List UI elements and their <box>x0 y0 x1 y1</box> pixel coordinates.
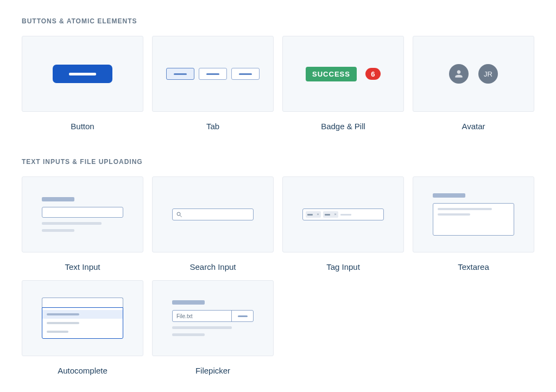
placeholder-bar <box>438 213 470 216</box>
card-label: Text Input <box>65 262 100 271</box>
preview-button <box>22 36 143 112</box>
placeholder-bar <box>433 193 465 198</box>
preview-search <box>152 176 274 252</box>
filepicker-icon: File.txt <box>172 310 254 322</box>
count-pill: 6 <box>365 68 381 80</box>
preview-textarea <box>413 176 534 252</box>
success-badge: SUCCESS <box>306 67 357 81</box>
card-label: Button <box>71 122 94 131</box>
card-text-input[interactable]: Text Input <box>22 176 143 271</box>
card-search-input[interactable]: Search Input <box>152 176 274 271</box>
tab-icon <box>166 68 194 80</box>
placeholder-bar <box>172 300 205 305</box>
tab-icon <box>199 68 227 80</box>
placeholder-bar <box>438 208 492 210</box>
preview-badge: SUCCESS 6 <box>282 36 404 112</box>
placeholder-bar <box>172 326 232 329</box>
card-label: Tag Input <box>326 262 360 271</box>
autocomplete-input-icon <box>42 298 123 307</box>
textarea-icon <box>433 203 514 236</box>
card-label: Tab <box>206 122 219 131</box>
card-autocomplete[interactable]: Autocomplete <box>22 280 143 375</box>
svg-line-1 <box>180 216 182 217</box>
inputs-grid: Text Input Search Input × × Tag Input <box>22 176 534 375</box>
list-item <box>42 319 123 327</box>
preview-text-input <box>22 176 143 252</box>
svg-point-0 <box>177 212 180 216</box>
card-label: Autocomplete <box>58 366 108 375</box>
card-label: Textarea <box>458 262 489 271</box>
close-icon: × <box>317 212 319 217</box>
avatar-initials: JR <box>478 64 498 84</box>
card-textarea[interactable]: Textarea <box>413 176 534 271</box>
card-label: Badge & Pill <box>321 122 365 131</box>
close-icon: × <box>334 212 337 217</box>
search-input-icon <box>172 208 254 220</box>
section-title-inputs: TEXT INPUTS & FILE UPLOADING <box>22 158 534 166</box>
preview-filepicker: File.txt <box>152 280 274 356</box>
preview-tag-input: × × <box>282 176 404 252</box>
text-input-icon <box>42 207 123 218</box>
tag-input-icon: × × <box>302 208 384 220</box>
card-tab[interactable]: Tab <box>152 36 274 131</box>
button-icon <box>53 65 112 83</box>
list-item <box>42 310 123 319</box>
avatar-anon-icon <box>449 64 469 84</box>
preview-avatar: JR <box>413 36 534 112</box>
choose-file-button-icon <box>231 311 253 321</box>
filename: File.txt <box>173 311 231 321</box>
card-avatar[interactable]: JR Avatar <box>413 36 534 131</box>
tag-chip: × <box>306 211 321 218</box>
card-label: Avatar <box>462 122 485 131</box>
card-badge-pill[interactable]: SUCCESS 6 Badge & Pill <box>282 36 404 131</box>
list-item <box>42 327 123 336</box>
card-label: Search Input <box>189 262 236 271</box>
placeholder-bar <box>42 222 102 225</box>
placeholder-bar <box>42 229 74 232</box>
section-title-buttons: BUTTONS & ATOMIC ELEMENTS <box>22 17 534 25</box>
tab-icon <box>231 68 260 80</box>
card-label: Filepicker <box>195 366 230 375</box>
autocomplete-list-icon <box>42 307 123 339</box>
preview-autocomplete <box>22 280 143 356</box>
placeholder-bar <box>42 197 74 201</box>
buttons-grid: Button Tab SUCCESS 6 Badge & Pill <box>22 36 534 131</box>
placeholder-bar <box>340 214 351 216</box>
card-button[interactable]: Button <box>22 36 143 131</box>
preview-tab <box>152 36 274 112</box>
placeholder-bar <box>172 333 205 336</box>
tag-chip: × <box>323 211 338 218</box>
search-icon <box>176 211 182 218</box>
card-tag-input[interactable]: × × Tag Input <box>282 176 404 271</box>
card-filepicker[interactable]: File.txt Filepicker <box>152 280 274 375</box>
